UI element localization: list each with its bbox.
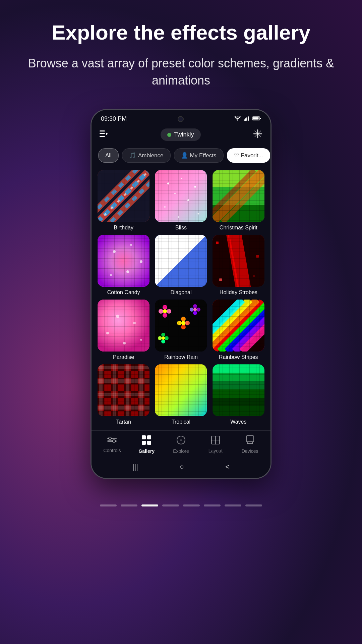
phone-frame: 09:30 PM (90, 109, 272, 479)
signal-icon (244, 116, 250, 122)
page-indicators (0, 499, 362, 517)
svg-marker-10 (106, 132, 108, 135)
svg-point-144 (109, 437, 111, 440)
effect-thumbnail-paradise (98, 300, 149, 352)
effect-name: Tropical (172, 419, 190, 425)
nav-item-gallery[interactable]: Gallery (133, 435, 160, 454)
phone-wrapper: 09:30 PM (0, 102, 362, 499)
effect-thumbnail-rainbow-rain (155, 300, 207, 352)
svg-rect-0 (244, 119, 245, 121)
page-dot-5 (183, 504, 200, 506)
svg-rect-105 (155, 300, 207, 352)
brand-label: Twinkly (174, 131, 194, 138)
effect-name: Waves (230, 419, 246, 425)
nav-label-devices: Devices (242, 448, 258, 454)
svg-rect-147 (147, 435, 151, 439)
list-item[interactable]: Birthday (97, 170, 150, 231)
effect-name: Paradise (113, 354, 134, 360)
svg-point-56 (126, 270, 129, 273)
nav-item-layout[interactable]: Layout (202, 436, 229, 453)
list-item[interactable]: Bliss (154, 170, 207, 231)
android-nav: ||| ○ < (92, 457, 270, 478)
svg-rect-141 (213, 364, 264, 416)
nav-label-explore: Explore (173, 448, 189, 454)
list-item[interactable]: Cotton Candy (97, 235, 150, 296)
tab-my-effects[interactable]: 👤 My Effects (174, 148, 224, 163)
list-item[interactable]: Rainbow Rain (154, 300, 207, 360)
nav-item-controls[interactable]: Controls (99, 436, 125, 453)
list-item[interactable]: Paradise (97, 300, 150, 360)
battery-icon (252, 116, 261, 122)
list-item[interactable]: Waves (212, 364, 265, 425)
svg-rect-7 (100, 130, 105, 131)
svg-point-54 (140, 260, 142, 263)
svg-rect-2 (246, 117, 247, 121)
page-dot-6 (204, 504, 221, 506)
ambience-icon: 🎵 (129, 152, 136, 159)
svg-point-37 (178, 216, 179, 218)
svg-point-33 (174, 193, 176, 194)
status-bar: 09:30 PM (92, 110, 270, 125)
explore-icon (176, 435, 186, 447)
effect-thumbnail-christmas (213, 170, 264, 222)
playlist-icon[interactable] (100, 130, 108, 139)
nav-item-explore[interactable]: Explore (168, 435, 194, 454)
page-title: Explore the effects gallery (27, 20, 335, 45)
list-item[interactable]: Tropical (154, 364, 207, 425)
nav-label-gallery: Gallery (138, 448, 154, 454)
page-dot-1 (100, 504, 117, 506)
svg-rect-6 (253, 117, 258, 119)
list-item[interactable]: Christmas Spirit (212, 170, 265, 231)
layout-icon (211, 436, 220, 447)
svg-rect-8 (100, 133, 105, 134)
nav-item-devices[interactable]: Devices (237, 435, 263, 454)
connection-badge[interactable]: Twinkly (161, 128, 200, 141)
svg-point-32 (194, 186, 196, 188)
svg-point-34 (187, 199, 189, 201)
effect-thumbnail-holiday (213, 235, 264, 287)
page-subtitle: Browse a vast array of preset color sche… (27, 55, 335, 89)
status-time: 09:30 PM (101, 115, 127, 122)
tab-favorites[interactable]: ♡ Favorit... (227, 148, 270, 163)
svg-rect-117 (213, 300, 264, 352)
svg-point-30 (167, 182, 169, 184)
svg-rect-148 (142, 441, 146, 445)
home-button[interactable]: ○ (180, 463, 184, 471)
list-item[interactable]: Diagonal (154, 235, 207, 296)
nav-label-controls: Controls (103, 448, 121, 453)
svg-rect-47 (213, 170, 264, 222)
effect-thumbnail-waves (213, 364, 264, 416)
svg-point-31 (181, 178, 182, 179)
svg-point-35 (164, 206, 166, 208)
back-button[interactable]: < (225, 463, 230, 471)
person-icon: 👤 (181, 152, 188, 159)
filter-tabs: All 🎵 Ambience 👤 My Effects ♡ Favorit... (92, 146, 270, 167)
list-item[interactable]: Tartan (97, 364, 150, 425)
nav-label-layout: Layout (208, 448, 223, 453)
svg-rect-149 (147, 441, 151, 445)
svg-rect-9 (100, 136, 105, 137)
svg-point-151 (180, 439, 182, 441)
svg-point-81 (123, 342, 126, 344)
effects-grid: Birthday (92, 167, 270, 430)
effect-thumbnail-rainbow-stripes (213, 300, 264, 352)
camera-cutout (178, 116, 184, 122)
recent-apps-button[interactable]: ||| (132, 463, 138, 471)
svg-rect-131 (155, 364, 207, 416)
tab-ambience[interactable]: 🎵 Ambience (122, 148, 171, 163)
page-dot-8 (245, 504, 262, 506)
effect-thumbnail-cotton-candy (98, 235, 149, 287)
svg-point-145 (113, 440, 115, 442)
gallery-icon (142, 435, 151, 447)
tab-all[interactable]: All (98, 148, 119, 163)
sparkle-icon[interactable] (253, 129, 262, 141)
effect-name: Diagonal (170, 289, 191, 296)
svg-rect-5 (260, 118, 261, 119)
svg-rect-3 (248, 116, 249, 121)
effect-thumbnail-tropical (155, 364, 207, 416)
page-dot-3[interactable] (141, 504, 158, 506)
list-item[interactable]: Holiday Strobes (212, 235, 265, 296)
effect-thumbnail-diagonal (155, 235, 207, 287)
list-item[interactable]: Rainbow Stripes (212, 300, 265, 360)
svg-point-36 (198, 213, 199, 215)
